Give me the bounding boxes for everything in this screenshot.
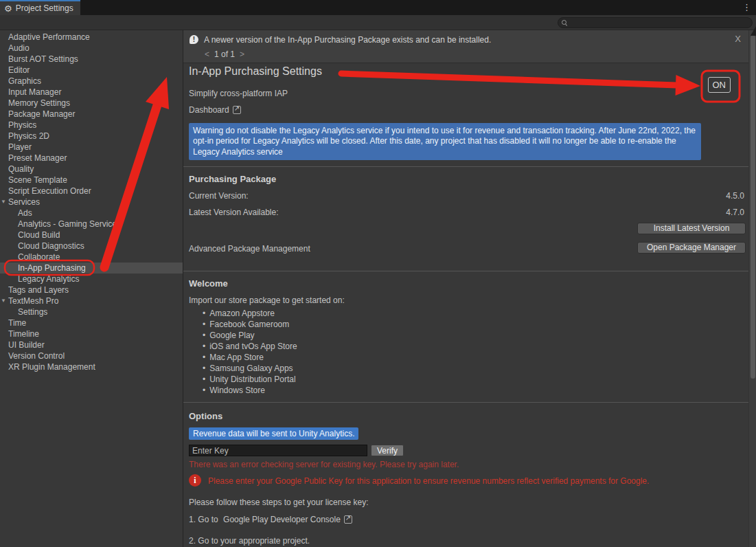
step-1: 1. Go to Google Play Developer Console xyxy=(189,515,352,524)
store-name: Amazon Appstore xyxy=(209,309,275,318)
install-latest-version-button[interactable]: Install Latest Version xyxy=(637,223,746,234)
store-list: •Amazon Appstore•Facebook Gameroom•Googl… xyxy=(203,308,297,396)
sidebar-item-scene-template[interactable]: Scene Template xyxy=(0,175,183,186)
external-link-icon xyxy=(233,106,241,114)
sidebar-item-textmesh-pro[interactable]: ▼TextMesh Pro xyxy=(0,295,183,306)
store-name: iOS and tvOs App Store xyxy=(209,342,297,351)
sidebar-item-preset-manager[interactable]: Preset Manager xyxy=(0,153,183,164)
service-toggle-on-button[interactable]: ON xyxy=(708,77,731,93)
sidebar-item-audio[interactable]: Audio xyxy=(0,43,183,54)
gear-icon: ⚙ xyxy=(4,4,12,13)
sidebar-item-legacy-analytics[interactable]: Legacy Analytics xyxy=(0,274,183,284)
sidebar-item-label: Preset Manager xyxy=(8,153,67,163)
kebab-menu-icon[interactable]: ⋮ xyxy=(742,2,751,12)
store-list-item: •Unity Distribution Portal xyxy=(203,374,297,385)
sidebar-item-label: Version Control xyxy=(8,351,65,361)
sidebar-item-label: Graphics xyxy=(8,76,41,86)
bullet-icon: • xyxy=(203,320,205,329)
sidebar-item-label: In-App Purchasing xyxy=(18,263,86,273)
scrollbar-thumb[interactable] xyxy=(751,35,755,379)
sidebar-item-label: Audio xyxy=(8,43,30,53)
sidebar-item-services[interactable]: ▼Services xyxy=(0,197,183,208)
sidebar-item-settings[interactable]: Settings xyxy=(0,306,183,317)
sidebar-item-burst-aot-settings[interactable]: Burst AOT Settings xyxy=(0,54,183,65)
update-notification-banner: ! A newer version of the In-App Purchasi… xyxy=(183,30,756,63)
sidebar-item-time[interactable]: Time xyxy=(0,317,183,328)
error-info-icon: i xyxy=(189,474,201,487)
expander-icon[interactable]: ▼ xyxy=(1,197,6,208)
vertical-scrollbar[interactable] xyxy=(748,30,756,547)
bullet-icon: • xyxy=(203,331,205,340)
tab-project-settings[interactable]: ⚙ Project Settings xyxy=(0,0,80,15)
store-name: Facebook Gameroom xyxy=(209,320,289,329)
store-list-item: •iOS and tvOs App Store xyxy=(203,341,297,352)
google-key-warning-text: Please enter your Google Public Key for … xyxy=(208,474,649,486)
sidebar-item-player[interactable]: Player xyxy=(0,142,183,153)
pagination-prev-icon[interactable]: < xyxy=(205,49,209,59)
sidebar-item-xr-plugin-management[interactable]: XR Plugin Management xyxy=(0,361,183,372)
settings-content: In-App Purchasing Settings ON Simplify c… xyxy=(183,63,748,547)
sidebar-item-label: Time xyxy=(8,318,26,328)
store-name: Samsung Galaxy Apps xyxy=(209,364,293,373)
sidebar-item-label: Script Execution Order xyxy=(8,186,91,196)
pagination-label: 1 of 1 xyxy=(214,49,235,59)
sidebar-item-graphics[interactable]: Graphics xyxy=(0,76,183,87)
tab-strip: ⚙ Project Settings ⋮ xyxy=(0,0,756,15)
sidebar-item-label: Analytics - Gaming Services xyxy=(18,219,121,229)
search-input[interactable] xyxy=(570,18,748,27)
sidebar-item-physics-2d[interactable]: Physics 2D xyxy=(0,131,183,142)
sidebar-item-timeline[interactable]: Timeline xyxy=(0,328,183,339)
sidebar-item-editor[interactable]: Editor xyxy=(0,65,183,76)
sidebar-item-input-manager[interactable]: Input Manager xyxy=(0,87,183,98)
sidebar-item-label: Input Manager xyxy=(8,87,61,97)
store-list-item: •Facebook Gameroom xyxy=(203,319,297,330)
sidebar-item-tags-and-layers[interactable]: Tags and Layers xyxy=(0,284,183,295)
open-package-manager-button[interactable]: Open Package Manager xyxy=(637,242,746,254)
store-list-item: •Samsung Galaxy Apps xyxy=(203,363,297,374)
sidebar-item-cloud-diagnostics[interactable]: Cloud Diagnostics xyxy=(0,241,183,252)
purchasing-package-heading: Purchasing Package xyxy=(189,174,276,184)
sidebar-item-in-app-purchasing[interactable]: In-App Purchasing xyxy=(0,263,183,274)
latest-version-label: Latest Version Available: xyxy=(189,208,279,217)
google-key-warning-row: i Please enter your Google Public Key fo… xyxy=(189,474,742,487)
project-settings-window: ⚙ Project Settings ⋮ Adaptive Performanc… xyxy=(0,0,756,547)
sidebar-item-collaborate[interactable]: Collaborate xyxy=(0,252,183,263)
sidebar-item-ui-builder[interactable]: UI Builder xyxy=(0,339,183,350)
sidebar-item-cloud-build[interactable]: Cloud Build xyxy=(0,230,183,241)
bullet-icon: • xyxy=(203,386,205,395)
key-entry-row: Verify xyxy=(189,445,404,456)
sidebar-item-analytics-gaming-services[interactable]: Analytics - Gaming Services xyxy=(0,219,183,230)
key-input[interactable] xyxy=(189,445,367,456)
sidebar-item-label: Editor xyxy=(8,65,30,75)
sidebar-item-label: Cloud Build xyxy=(18,230,60,240)
sidebar-item-label: Physics xyxy=(8,120,36,130)
verify-button[interactable]: Verify xyxy=(371,445,404,456)
welcome-intro: Import our store package to get started … xyxy=(189,295,345,305)
banner-close-icon[interactable]: X xyxy=(735,34,741,44)
expander-icon[interactable]: ▼ xyxy=(1,295,6,306)
google-play-console-link[interactable]: Google Play Developer Console xyxy=(223,515,341,524)
sidebar-item-quality[interactable]: Quality xyxy=(0,164,183,175)
sidebar-item-ads[interactable]: Ads xyxy=(0,208,183,219)
sidebar-item-label: Burst AOT Settings xyxy=(8,54,78,64)
dashboard-link[interactable]: Dashboard xyxy=(189,105,241,115)
sidebar-item-script-execution-order[interactable]: Script Execution Order xyxy=(0,186,183,197)
latest-version-row: Latest Version Available: 4.7.0 xyxy=(189,208,744,217)
search-box[interactable] xyxy=(558,17,753,28)
sidebar-item-version-control[interactable]: Version Control xyxy=(0,350,183,361)
sidebar-item-memory-settings[interactable]: Memory Settings xyxy=(0,98,183,109)
sidebar-item-adaptive-performance[interactable]: Adaptive Performance xyxy=(0,32,183,43)
store-list-item: •Amazon Appstore xyxy=(203,308,297,319)
sidebar-item-label: Services xyxy=(8,197,40,207)
options-heading: Options xyxy=(189,411,222,421)
dashboard-label: Dashboard xyxy=(189,105,229,115)
sidebar-item-package-manager[interactable]: Package Manager xyxy=(0,109,183,120)
sidebar-item-physics[interactable]: Physics xyxy=(0,120,183,131)
key-check-error-text: There was an error checking server for e… xyxy=(189,460,459,469)
sidebar-item-label: Scene Template xyxy=(8,175,67,185)
pagination-next-icon[interactable]: > xyxy=(240,49,244,59)
sidebar-item-label: UI Builder xyxy=(8,340,45,350)
section-divider xyxy=(183,166,748,167)
section-divider xyxy=(183,271,748,271)
settings-sidebar: Adaptive PerformanceAudioBurst AOT Setti… xyxy=(0,30,183,547)
